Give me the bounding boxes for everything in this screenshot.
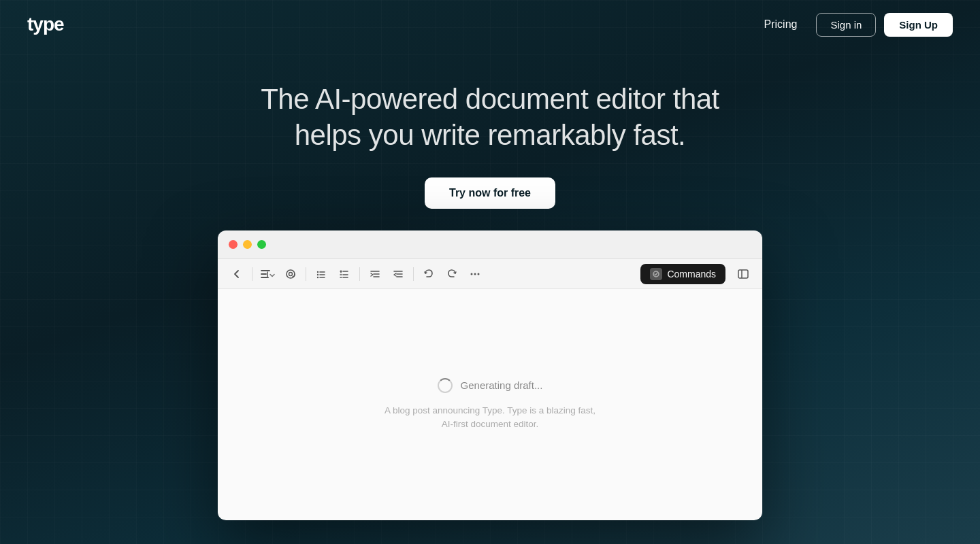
signin-button[interactable]: Sign in (816, 13, 876, 37)
back-icon (232, 269, 242, 279)
svg-point-5 (471, 273, 473, 275)
bullet-list-button[interactable] (310, 263, 332, 285)
hero-headline-line2: helps you write remarkably fast. (261, 118, 719, 154)
more-button[interactable] (464, 263, 486, 285)
redo-icon (446, 269, 457, 279)
svg-point-1 (289, 272, 293, 275)
app-window: Commands Generating draft... A blog post… (218, 231, 762, 520)
generating-text: Generating draft... (461, 379, 543, 391)
ai-icon (652, 270, 660, 278)
numbered-list-icon (339, 269, 350, 279)
hero-headline: The AI-powered document editor that help… (261, 82, 719, 153)
traffic-light-green (257, 240, 266, 249)
divider-4 (413, 267, 414, 281)
sidebar-toggle-button[interactable] (732, 263, 754, 285)
commands-button[interactable]: Commands (640, 264, 725, 284)
svg-point-3 (317, 273, 318, 275)
nav-pricing-link[interactable]: Pricing (753, 13, 808, 36)
divider-2 (306, 267, 306, 281)
divider-1 (252, 267, 252, 281)
window-titlebar (218, 231, 762, 259)
mention-icon (285, 269, 296, 279)
mention-button[interactable] (280, 263, 301, 285)
bullet-list-icon (316, 269, 327, 279)
sidebar-toggle-icon (737, 268, 749, 280)
traffic-light-red (229, 240, 238, 249)
hero-headline-line1: The AI-powered document editor that (261, 82, 719, 118)
text-format-chevron-icon (270, 273, 275, 278)
redo-button[interactable] (441, 263, 463, 285)
undo-button[interactable] (418, 263, 440, 285)
text-format-button[interactable] (257, 263, 278, 285)
svg-point-4 (317, 276, 318, 277)
svg-point-2 (317, 271, 318, 272)
generating-row: Generating draft... (438, 378, 543, 393)
numbered-list-button[interactable] (333, 263, 355, 285)
svg-point-6 (474, 273, 476, 275)
undo-icon (423, 269, 434, 279)
editor-content: Generating draft... A blog post announci… (218, 289, 762, 520)
try-now-button[interactable]: Try now for free (425, 177, 555, 209)
outdent-icon (393, 269, 404, 279)
divider-3 (359, 267, 360, 281)
svg-point-7 (478, 273, 480, 275)
hero-section: The AI-powered document editor that help… (0, 49, 980, 520)
back-button[interactable] (226, 263, 248, 285)
nav-right: Pricing Sign in Sign Up (753, 13, 953, 37)
traffic-light-yellow (243, 240, 252, 249)
editor-subtext: A blog post announcing Type. Type is a b… (381, 404, 599, 432)
navbar: type Pricing Sign in Sign Up (0, 0, 980, 49)
outdent-button[interactable] (387, 263, 409, 285)
loading-spinner (438, 378, 453, 393)
signup-button[interactable]: Sign Up (884, 13, 953, 37)
editor-toolbar: Commands (218, 259, 762, 289)
indent-icon (370, 269, 380, 279)
logo[interactable]: type (27, 14, 64, 35)
commands-label: Commands (667, 269, 716, 279)
svg-rect-9 (738, 270, 748, 278)
indent-button[interactable] (364, 263, 386, 285)
commands-icon (650, 268, 662, 280)
more-icon (469, 268, 481, 280)
